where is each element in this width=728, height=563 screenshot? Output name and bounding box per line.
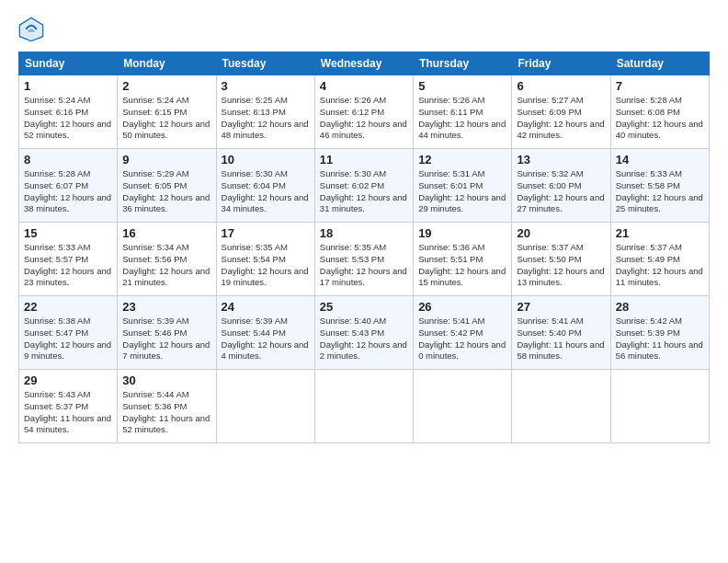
column-header-monday: Monday bbox=[118, 52, 216, 75]
column-header-tuesday: Tuesday bbox=[216, 52, 314, 75]
day-cell: 3Sunrise: 5:25 AMSunset: 6:13 PMDaylight… bbox=[216, 75, 314, 149]
day-cell: 5Sunrise: 5:26 AMSunset: 6:11 PMDaylight… bbox=[414, 75, 512, 149]
day-cell: 26Sunrise: 5:41 AMSunset: 5:42 PMDayligh… bbox=[414, 296, 512, 370]
day-cell: 11Sunrise: 5:30 AMSunset: 6:02 PMDayligh… bbox=[314, 149, 413, 223]
day-number: 27 bbox=[517, 300, 605, 314]
day-cell: 9Sunrise: 5:29 AMSunset: 6:05 PMDaylight… bbox=[118, 149, 216, 223]
day-cell: 20Sunrise: 5:37 AMSunset: 5:50 PMDayligh… bbox=[512, 223, 610, 296]
day-number: 7 bbox=[616, 79, 704, 93]
logo bbox=[18, 17, 46, 42]
day-number: 3 bbox=[222, 79, 310, 93]
day-cell: 17Sunrise: 5:35 AMSunset: 5:54 PMDayligh… bbox=[216, 223, 314, 296]
day-number: 18 bbox=[320, 226, 408, 240]
day-info: Sunrise: 5:34 AMSunset: 5:56 PMDaylight:… bbox=[122, 242, 210, 289]
day-number: 12 bbox=[418, 153, 506, 167]
day-cell: 23Sunrise: 5:39 AMSunset: 5:46 PMDayligh… bbox=[118, 296, 216, 370]
day-number: 21 bbox=[616, 226, 704, 240]
day-cell: 10Sunrise: 5:30 AMSunset: 6:04 PMDayligh… bbox=[216, 149, 314, 223]
week-row-4: 22Sunrise: 5:38 AMSunset: 5:47 PMDayligh… bbox=[19, 296, 710, 370]
day-info: Sunrise: 5:37 AMSunset: 5:50 PMDaylight:… bbox=[517, 242, 605, 289]
day-info: Sunrise: 5:39 AMSunset: 5:44 PMDaylight:… bbox=[222, 316, 310, 362]
day-info: Sunrise: 5:26 AMSunset: 6:12 PMDaylight:… bbox=[320, 95, 408, 142]
day-cell: 16Sunrise: 5:34 AMSunset: 5:56 PMDayligh… bbox=[118, 223, 216, 296]
day-cell: 21Sunrise: 5:37 AMSunset: 5:49 PMDayligh… bbox=[610, 223, 709, 296]
day-number: 23 bbox=[122, 300, 210, 314]
day-info: Sunrise: 5:32 AMSunset: 6:00 PMDaylight:… bbox=[517, 168, 605, 215]
page: SundayMondayTuesdayWednesdayThursdayFrid… bbox=[0, 0, 728, 563]
week-row-5: 29Sunrise: 5:43 AMSunset: 5:37 PMDayligh… bbox=[19, 370, 710, 443]
day-cell bbox=[414, 370, 512, 443]
day-cell: 13Sunrise: 5:32 AMSunset: 6:00 PMDayligh… bbox=[512, 149, 610, 223]
column-header-saturday: Saturday bbox=[610, 52, 709, 75]
week-row-1: 1Sunrise: 5:24 AMSunset: 6:16 PMDaylight… bbox=[19, 75, 710, 149]
logo-icon bbox=[18, 17, 44, 42]
day-info: Sunrise: 5:39 AMSunset: 5:46 PMDaylight:… bbox=[122, 316, 210, 362]
day-number: 4 bbox=[320, 79, 408, 93]
day-cell: 1Sunrise: 5:24 AMSunset: 6:16 PMDaylight… bbox=[19, 75, 118, 149]
day-cell bbox=[512, 370, 610, 443]
day-info: Sunrise: 5:25 AMSunset: 6:13 PMDaylight:… bbox=[222, 95, 310, 142]
day-cell: 8Sunrise: 5:28 AMSunset: 6:07 PMDaylight… bbox=[19, 149, 118, 223]
day-info: Sunrise: 5:41 AMSunset: 5:42 PMDaylight:… bbox=[418, 316, 506, 362]
week-row-2: 8Sunrise: 5:28 AMSunset: 6:07 PMDaylight… bbox=[19, 149, 710, 223]
day-info: Sunrise: 5:44 AMSunset: 5:36 PMDaylight:… bbox=[122, 389, 210, 436]
day-info: Sunrise: 5:31 AMSunset: 6:01 PMDaylight:… bbox=[418, 168, 506, 215]
day-cell: 14Sunrise: 5:33 AMSunset: 5:58 PMDayligh… bbox=[610, 149, 709, 223]
day-number: 5 bbox=[418, 79, 506, 93]
day-info: Sunrise: 5:38 AMSunset: 5:47 PMDaylight:… bbox=[24, 316, 112, 362]
day-number: 11 bbox=[320, 153, 408, 167]
day-cell bbox=[216, 370, 314, 443]
day-info: Sunrise: 5:35 AMSunset: 5:54 PMDaylight:… bbox=[222, 242, 310, 289]
day-cell: 25Sunrise: 5:40 AMSunset: 5:43 PMDayligh… bbox=[314, 296, 413, 370]
day-info: Sunrise: 5:26 AMSunset: 6:11 PMDaylight:… bbox=[418, 95, 506, 142]
day-cell: 28Sunrise: 5:42 AMSunset: 5:39 PMDayligh… bbox=[610, 296, 709, 370]
day-info: Sunrise: 5:28 AMSunset: 6:07 PMDaylight:… bbox=[24, 168, 112, 215]
day-info: Sunrise: 5:36 AMSunset: 5:51 PMDaylight:… bbox=[418, 242, 506, 289]
day-number: 25 bbox=[320, 300, 408, 314]
column-header-thursday: Thursday bbox=[414, 52, 512, 75]
day-info: Sunrise: 5:27 AMSunset: 6:09 PMDaylight:… bbox=[517, 95, 605, 142]
day-cell: 15Sunrise: 5:33 AMSunset: 5:57 PMDayligh… bbox=[19, 223, 118, 296]
day-info: Sunrise: 5:33 AMSunset: 5:58 PMDaylight:… bbox=[616, 168, 704, 215]
day-number: 30 bbox=[122, 373, 210, 387]
day-number: 15 bbox=[24, 226, 112, 240]
day-info: Sunrise: 5:29 AMSunset: 6:05 PMDaylight:… bbox=[122, 168, 210, 215]
calendar-header-row: SundayMondayTuesdayWednesdayThursdayFrid… bbox=[19, 52, 710, 75]
day-info: Sunrise: 5:37 AMSunset: 5:49 PMDaylight:… bbox=[616, 242, 704, 289]
day-number: 22 bbox=[24, 300, 112, 314]
day-cell: 27Sunrise: 5:41 AMSunset: 5:40 PMDayligh… bbox=[512, 296, 610, 370]
calendar-table: SundayMondayTuesdayWednesdayThursdayFrid… bbox=[18, 52, 710, 443]
day-number: 9 bbox=[122, 153, 210, 167]
day-cell: 4Sunrise: 5:26 AMSunset: 6:12 PMDaylight… bbox=[314, 75, 413, 149]
day-cell bbox=[610, 370, 709, 443]
column-header-friday: Friday bbox=[512, 52, 610, 75]
day-cell: 30Sunrise: 5:44 AMSunset: 5:36 PMDayligh… bbox=[118, 370, 216, 443]
day-cell: 18Sunrise: 5:35 AMSunset: 5:53 PMDayligh… bbox=[314, 223, 413, 296]
day-number: 26 bbox=[418, 300, 506, 314]
day-info: Sunrise: 5:43 AMSunset: 5:37 PMDaylight:… bbox=[24, 389, 112, 436]
day-cell: 6Sunrise: 5:27 AMSunset: 6:09 PMDaylight… bbox=[512, 75, 610, 149]
day-info: Sunrise: 5:30 AMSunset: 6:02 PMDaylight:… bbox=[320, 168, 408, 215]
day-info: Sunrise: 5:24 AMSunset: 6:15 PMDaylight:… bbox=[122, 95, 210, 142]
day-info: Sunrise: 5:28 AMSunset: 6:08 PMDaylight:… bbox=[616, 95, 704, 142]
day-info: Sunrise: 5:42 AMSunset: 5:39 PMDaylight:… bbox=[616, 316, 704, 362]
day-cell: 24Sunrise: 5:39 AMSunset: 5:44 PMDayligh… bbox=[216, 296, 314, 370]
day-number: 1 bbox=[24, 79, 112, 93]
day-info: Sunrise: 5:33 AMSunset: 5:57 PMDaylight:… bbox=[24, 242, 112, 289]
day-number: 29 bbox=[24, 373, 112, 387]
day-cell: 2Sunrise: 5:24 AMSunset: 6:15 PMDaylight… bbox=[118, 75, 216, 149]
day-info: Sunrise: 5:40 AMSunset: 5:43 PMDaylight:… bbox=[320, 316, 408, 362]
day-number: 19 bbox=[418, 226, 506, 240]
day-info: Sunrise: 5:41 AMSunset: 5:40 PMDaylight:… bbox=[517, 316, 605, 362]
day-info: Sunrise: 5:24 AMSunset: 6:16 PMDaylight:… bbox=[24, 95, 112, 142]
day-number: 17 bbox=[222, 226, 310, 240]
day-number: 13 bbox=[517, 153, 605, 167]
day-number: 6 bbox=[517, 79, 605, 93]
column-header-sunday: Sunday bbox=[19, 52, 118, 75]
day-number: 2 bbox=[122, 79, 210, 93]
week-row-3: 15Sunrise: 5:33 AMSunset: 5:57 PMDayligh… bbox=[19, 223, 710, 296]
day-info: Sunrise: 5:30 AMSunset: 6:04 PMDaylight:… bbox=[222, 168, 310, 215]
day-cell bbox=[314, 370, 413, 443]
day-number: 16 bbox=[122, 226, 210, 240]
day-cell: 29Sunrise: 5:43 AMSunset: 5:37 PMDayligh… bbox=[19, 370, 118, 443]
